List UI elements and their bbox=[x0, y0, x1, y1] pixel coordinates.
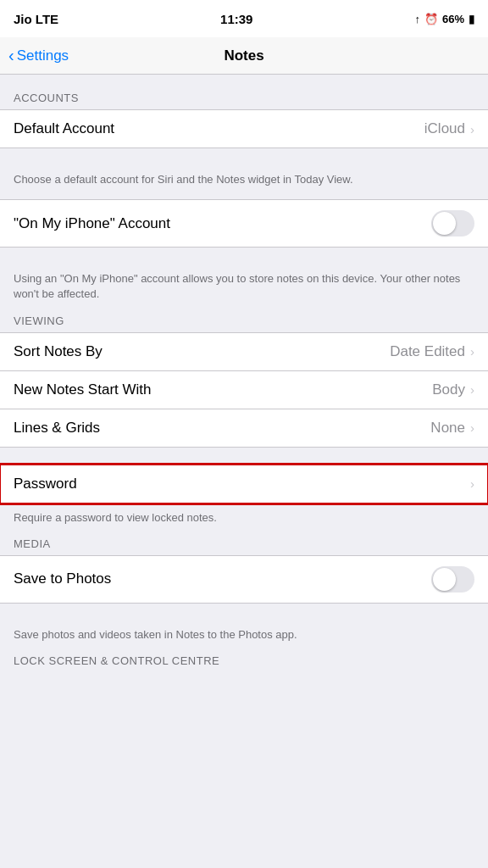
location-icon: ↑ bbox=[414, 13, 420, 25]
password-right: › bbox=[470, 476, 474, 491]
status-right: ↑ ⏰ 66% ▮ bbox=[414, 13, 474, 25]
default-account-right: iCloud › bbox=[424, 120, 474, 137]
battery-text: 66% bbox=[442, 13, 464, 25]
new-notes-start-with-chevron-icon: › bbox=[470, 382, 474, 397]
password-chevron-icon: › bbox=[470, 476, 474, 491]
save-to-photos-left: Save to Photos bbox=[14, 570, 431, 587]
lines-grids-label: Lines & Grids bbox=[14, 420, 100, 437]
password-row[interactable]: Password › bbox=[0, 465, 488, 503]
password-left: Password bbox=[14, 476, 470, 492]
default-account-label: Default Account bbox=[14, 120, 114, 137]
nav-bar: ‹ Settings Notes bbox=[0, 37, 488, 75]
media-description: Save photos and videos taken in Notes to… bbox=[0, 620, 488, 654]
lines-grids-left: Lines & Grids bbox=[14, 420, 430, 437]
password-group: Password › bbox=[0, 465, 488, 504]
default-account-value: iCloud bbox=[424, 120, 465, 137]
sort-notes-by-row[interactable]: Sort Notes By Date Edited › bbox=[0, 333, 488, 371]
settings-content: ACCOUNTS Default Account iCloud › Choose… bbox=[0, 75, 488, 672]
sort-notes-by-right: Date Edited › bbox=[390, 343, 474, 360]
on-my-iphone-description: Using an "On My iPhone" account allows y… bbox=[0, 264, 488, 314]
save-to-photos-label: Save to Photos bbox=[14, 570, 111, 587]
default-account-left: Default Account bbox=[14, 120, 424, 137]
lock-screen-section-header: LOCK SCREEN & CONTROL CENTRE bbox=[0, 654, 488, 672]
default-account-row[interactable]: Default Account iCloud › bbox=[0, 110, 488, 147]
on-my-iphone-toggle[interactable] bbox=[431, 210, 474, 236]
new-notes-start-with-right: Body › bbox=[432, 381, 474, 398]
password-description: Require a password to view locked notes. bbox=[0, 504, 488, 537]
battery-icon: ▮ bbox=[469, 13, 474, 25]
media-section-header: MEDIA bbox=[0, 537, 488, 555]
sort-notes-by-value: Date Edited bbox=[390, 343, 465, 360]
save-to-photos-row[interactable]: Save to Photos bbox=[0, 556, 488, 603]
status-bar: Jio LTE 11:39 ↑ ⏰ 66% ▮ bbox=[0, 0, 488, 37]
sort-notes-by-label: Sort Notes By bbox=[14, 343, 103, 360]
viewing-section-header: VIEWING bbox=[0, 314, 488, 332]
save-to-photos-toggle[interactable] bbox=[431, 566, 474, 593]
sort-notes-by-left: Sort Notes By bbox=[14, 343, 390, 360]
sort-notes-by-chevron-icon: › bbox=[470, 344, 474, 359]
carrier-text: Jio LTE bbox=[14, 12, 58, 26]
new-notes-start-with-row[interactable]: New Notes Start With Body › bbox=[0, 371, 488, 409]
password-label: Password bbox=[14, 476, 77, 492]
default-account-chevron-icon: › bbox=[470, 122, 474, 136]
lines-grids-right: None › bbox=[430, 420, 474, 437]
back-button[interactable]: ‹ Settings bbox=[8, 47, 69, 64]
status-left: Jio LTE bbox=[14, 12, 58, 26]
new-notes-start-with-label: New Notes Start With bbox=[14, 381, 152, 398]
alarm-icon: ⏰ bbox=[424, 13, 438, 25]
on-my-iphone-label: "On My iPhone" Account bbox=[14, 215, 170, 232]
back-label: Settings bbox=[17, 47, 69, 64]
on-my-iphone-right bbox=[431, 210, 474, 236]
on-my-iphone-left: "On My iPhone" Account bbox=[14, 215, 431, 232]
back-chevron-icon: ‹ bbox=[8, 47, 14, 64]
save-to-photos-toggle-knob bbox=[433, 568, 456, 591]
lines-grids-value: None bbox=[430, 420, 465, 437]
status-time: 11:39 bbox=[220, 12, 252, 26]
accounts-group: Default Account iCloud › bbox=[0, 109, 488, 148]
lines-grids-row[interactable]: Lines & Grids None › bbox=[0, 409, 488, 447]
new-notes-start-with-value: Body bbox=[432, 381, 465, 398]
on-my-iphone-group: "On My iPhone" Account bbox=[0, 199, 488, 248]
on-my-iphone-row[interactable]: "On My iPhone" Account bbox=[0, 200, 488, 247]
accounts-section-header: ACCOUNTS bbox=[0, 92, 488, 109]
page-title: Notes bbox=[224, 47, 263, 64]
new-notes-start-with-left: New Notes Start With bbox=[14, 381, 432, 398]
lines-grids-chevron-icon: › bbox=[470, 420, 474, 435]
save-to-photos-right bbox=[431, 566, 474, 593]
viewing-group: Sort Notes By Date Edited › New Notes St… bbox=[0, 332, 488, 448]
on-my-iphone-toggle-knob bbox=[433, 212, 456, 235]
accounts-description: Choose a default account for Siri and th… bbox=[0, 165, 488, 199]
media-group: Save to Photos bbox=[0, 555, 488, 604]
